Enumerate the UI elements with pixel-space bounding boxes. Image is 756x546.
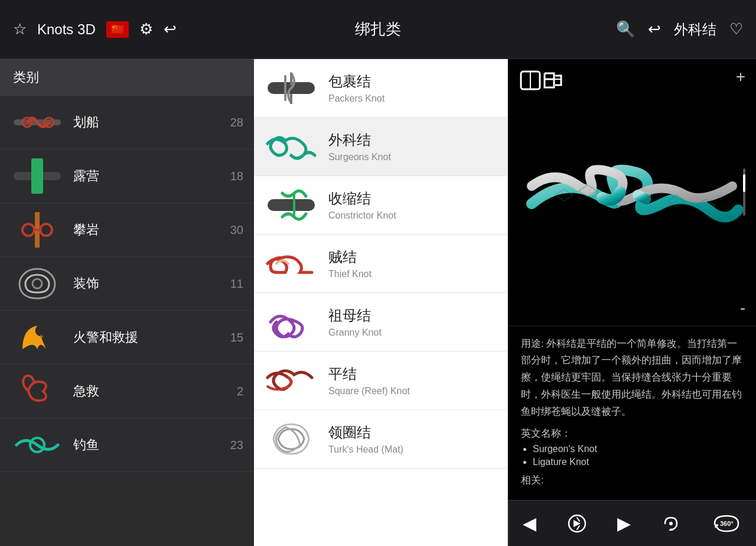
knot-name-zh-turks: 领圈结 bbox=[328, 423, 403, 442]
sidebar-item-camping[interactable]: 露营 18 bbox=[0, 150, 254, 203]
knot-name-zh-surgeons: 外科结 bbox=[328, 131, 391, 150]
flag-icon[interactable]: 🇨🇳 bbox=[106, 21, 129, 38]
knot-3d-visual bbox=[520, 127, 744, 257]
knot-names-packers: 包裹结 Packers Knot bbox=[328, 72, 384, 104]
sidebar-count-first-aid: 2 bbox=[237, 385, 243, 398]
toolbar-360-icon[interactable]: 360° bbox=[712, 513, 741, 534]
knot-name-en-granny: Granny Knot bbox=[328, 327, 382, 338]
knot-name-zh-thief: 贼结 bbox=[328, 248, 372, 266]
sidebar-item-decorative[interactable]: 装饰 11 bbox=[0, 257, 254, 311]
detail-3d-logo bbox=[520, 69, 567, 92]
knot-thumb-turks bbox=[265, 418, 318, 460]
sidebar-label-climbing: 攀岩 bbox=[73, 221, 230, 239]
knot-name-zh-constrictor: 收缩结 bbox=[328, 189, 396, 208]
sidebar-thumb-climbing bbox=[11, 209, 64, 251]
favorite-icon[interactable]: ♡ bbox=[729, 20, 743, 38]
knot-item-thief[interactable]: 贼结 Thief Knot bbox=[254, 235, 507, 293]
sidebar-count-boating: 28 bbox=[230, 116, 243, 129]
sidebar-item-fire-rescue[interactable]: 火警和救援 15 bbox=[0, 311, 254, 365]
knot-item-packers[interactable]: 包裹结 Packers Knot bbox=[254, 59, 507, 118]
svg-point-20 bbox=[669, 522, 673, 525]
center-title: 绑扎类 bbox=[355, 19, 401, 40]
knot-names-surgeons: 外科结 Surgeons Knot bbox=[328, 131, 391, 162]
english-name-1: Surgeon's Knot bbox=[533, 444, 743, 454]
app-title: Knots 3D bbox=[37, 21, 96, 38]
knot-thumb-surgeons bbox=[265, 126, 318, 167]
knot-names-thief: 贼结 Thief Knot bbox=[328, 248, 372, 280]
sidebar-thumb-fishing bbox=[11, 424, 64, 466]
knot-name-en-surgeons: Surgeons Knot bbox=[328, 152, 391, 162]
knot-thumb-packers bbox=[265, 67, 318, 109]
knot-name-en-square: Square (Reef) Knot bbox=[328, 386, 410, 396]
knot-name-zh-granny: 祖母结 bbox=[328, 306, 382, 325]
toolbar-back-icon[interactable]: ◀ bbox=[523, 513, 536, 534]
knot-item-granny[interactable]: 祖母结 Granny Knot bbox=[254, 293, 507, 352]
svg-point-6 bbox=[22, 224, 34, 236]
desc-related-label: 相关: bbox=[521, 473, 743, 487]
svg-rect-14 bbox=[268, 199, 315, 211]
sidebar-label-fire-rescue: 火警和救援 bbox=[73, 329, 230, 346]
knot-name-en-thief: Thief Knot bbox=[328, 269, 372, 280]
knot-name-zh-packers: 包裹结 bbox=[328, 72, 384, 91]
knot-thumb-constrictor bbox=[265, 184, 318, 226]
star-icon[interactable]: ☆ bbox=[13, 20, 27, 38]
knot-item-constrictor[interactable]: 收缩结 Constrictor Knot bbox=[254, 176, 507, 235]
sidebar-thumb-boating bbox=[11, 102, 64, 143]
desc-english-label: 英文名称： bbox=[521, 427, 743, 440]
sidebar-label-camping: 露营 bbox=[73, 167, 230, 185]
sidebar: 类别 划船 28 露营 bbox=[0, 59, 254, 546]
knot-name-en-constrictor: Constrictor Knot bbox=[328, 210, 396, 221]
knot-names-square: 平结 Square (Reef) Knot bbox=[328, 365, 410, 396]
sidebar-count-fire-rescue: 15 bbox=[230, 331, 243, 344]
knot-item-turks[interactable]: 领圈结 Turk's Head (Mat) bbox=[254, 410, 507, 469]
nav-center: 绑扎类 bbox=[254, 19, 502, 40]
english-name-2: Ligature Knot bbox=[533, 457, 743, 467]
detail-description: 用途: 外科结是平结的一个简单修改。当打结第一部分时，它增加了一个额外的扭曲，因… bbox=[508, 326, 756, 500]
knot-name-en-packers: Packers Knot bbox=[328, 93, 384, 104]
main-layout: 类别 划船 28 露营 bbox=[0, 59, 756, 546]
scroll-thumb bbox=[743, 174, 745, 192]
sidebar-count-camping: 18 bbox=[230, 170, 243, 183]
settings-icon[interactable]: ⚙ bbox=[139, 20, 153, 38]
desc-english-list: Surgeon's Knot Ligature Knot bbox=[521, 444, 743, 467]
detail-panel: + bbox=[508, 59, 756, 546]
nav-left: ☆ Knots 3D 🇨🇳 ⚙ ↩ bbox=[0, 20, 254, 38]
knot-thumb-thief bbox=[265, 243, 318, 284]
detail-zoom-out[interactable]: - bbox=[740, 298, 745, 317]
knot-item-square[interactable]: 平结 Square (Reef) Knot bbox=[254, 352, 507, 410]
right-title: 外科结 bbox=[674, 20, 716, 39]
sidebar-item-fishing[interactable]: 钓鱼 23 bbox=[0, 418, 254, 472]
svg-point-9 bbox=[32, 279, 42, 288]
sidebar-count-decorative: 11 bbox=[230, 277, 243, 291]
detail-toolbar: ◀ ▶ 360° bbox=[508, 500, 756, 546]
knot-thumb-granny bbox=[265, 301, 318, 343]
svg-text:360°: 360° bbox=[720, 520, 734, 527]
nav-right: 🔍 ↩ 外科结 ♡ bbox=[502, 20, 756, 39]
svg-rect-4 bbox=[31, 158, 43, 194]
toolbar-play-icon[interactable]: ▶ bbox=[617, 513, 631, 534]
knot-name-en-turks: Turk's Head (Mat) bbox=[328, 444, 403, 455]
toolbar-rotate-icon[interactable] bbox=[660, 513, 682, 534]
share-icon[interactable]: ↩ bbox=[648, 20, 661, 38]
search-icon[interactable]: 🔍 bbox=[616, 20, 635, 38]
sidebar-label-decorative: 装饰 bbox=[73, 275, 230, 292]
scroll-indicator bbox=[743, 168, 745, 216]
sidebar-thumb-first-aid bbox=[11, 370, 64, 412]
knot-thumb-square bbox=[265, 360, 318, 401]
knot-names-constrictor: 收缩结 Constrictor Knot bbox=[328, 189, 396, 221]
top-nav: ☆ Knots 3D 🇨🇳 ⚙ ↩ 绑扎类 🔍 ↩ 外科结 ♡ bbox=[0, 0, 756, 59]
sidebar-item-boating[interactable]: 划船 28 bbox=[0, 96, 254, 150]
sidebar-item-first-aid[interactable]: 急救 2 bbox=[0, 365, 254, 418]
sidebar-label-boating: 划船 bbox=[73, 113, 230, 131]
sidebar-item-climbing[interactable]: 攀岩 30 bbox=[0, 203, 254, 257]
detail-zoom-in[interactable]: + bbox=[736, 67, 745, 86]
toolbar-animate-icon[interactable] bbox=[566, 513, 588, 534]
sidebar-thumb-camping bbox=[11, 155, 64, 197]
knot-item-surgeons[interactable]: 外科结 Surgeons Knot bbox=[254, 118, 507, 176]
sidebar-header: 类别 bbox=[0, 59, 254, 96]
sidebar-thumb-fire-rescue bbox=[11, 317, 64, 358]
back-icon[interactable]: ↩ bbox=[164, 20, 177, 38]
sidebar-label-fishing: 钓鱼 bbox=[73, 436, 230, 454]
knot-names-granny: 祖母结 Granny Knot bbox=[328, 306, 382, 338]
sidebar-count-fishing: 23 bbox=[230, 438, 243, 452]
